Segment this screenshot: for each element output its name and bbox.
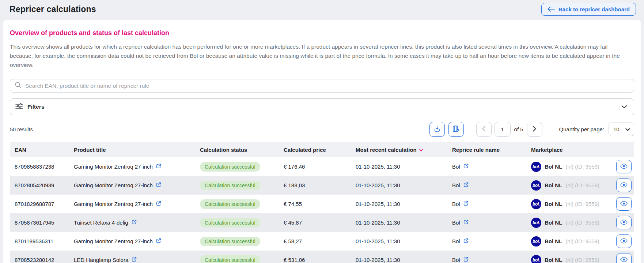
table-header-row: EAN Product title Calculation status Cal… bbox=[10, 142, 634, 157]
view-details-button[interactable] bbox=[616, 160, 632, 173]
quantity-per-page-select[interactable]: 10 bbox=[609, 123, 634, 136]
column-header-actions bbox=[614, 142, 634, 157]
marketplace-cell: bol. Bol NL (nl) (ID: 9559) bbox=[526, 251, 614, 263]
marketplace-cell: bol. Bol NL (nl) (ID: 9559) bbox=[526, 195, 614, 213]
results-count: 50 results bbox=[10, 127, 33, 132]
product-title-cell: Gaming Monitor Zentroq 27-inch bbox=[69, 232, 195, 251]
external-link-icon[interactable] bbox=[156, 182, 161, 188]
view-details-button[interactable] bbox=[616, 179, 632, 192]
status-badge: Calculation successful bbox=[200, 181, 260, 190]
calculation-status-cell: Calculation successful bbox=[195, 195, 279, 213]
most-recent-calculation-cell: 01-10-2025, 11:30 bbox=[351, 232, 447, 251]
most-recent-calculation-cell: 01-10-2025, 11:30 bbox=[351, 157, 447, 176]
eye-icon bbox=[620, 238, 628, 245]
view-details-button[interactable] bbox=[616, 216, 632, 229]
back-arrow-icon bbox=[548, 7, 555, 12]
chevron-left-icon bbox=[482, 126, 486, 133]
marketplace-cell: bol. Bol NL (nl) (ID: 9559) bbox=[526, 213, 614, 232]
eye-icon bbox=[620, 257, 628, 263]
product-title-cell: Tuinset Relaxa 4-delig bbox=[69, 213, 195, 232]
external-link-icon[interactable] bbox=[156, 201, 161, 207]
external-link-icon[interactable] bbox=[132, 219, 137, 226]
calculation-status-cell: Calculation successful bbox=[195, 251, 279, 263]
calculations-table: EAN Product title Calculation status Cal… bbox=[10, 142, 634, 263]
column-header-calculation-status[interactable]: Calculation status bbox=[195, 142, 279, 157]
row-actions-cell bbox=[614, 176, 634, 195]
eye-icon bbox=[620, 164, 628, 170]
filters-icon bbox=[15, 103, 23, 111]
eye-icon bbox=[620, 182, 628, 189]
download-button[interactable] bbox=[429, 122, 445, 137]
external-link-icon[interactable] bbox=[463, 219, 469, 226]
next-page-button[interactable] bbox=[527, 122, 542, 137]
column-header-reprice-rule-name[interactable]: Reprice rule name bbox=[447, 142, 526, 157]
quantity-per-page-value: 10 bbox=[613, 126, 620, 132]
table-body: 8709858837238 Gaming Monitor Zentroq 27-… bbox=[10, 157, 634, 263]
ean-cell: 8705873617945 bbox=[10, 213, 69, 232]
table-toolbar: 50 results of 5 bbox=[10, 122, 634, 137]
view-details-button[interactable] bbox=[616, 253, 632, 263]
view-details-button[interactable] bbox=[616, 234, 632, 248]
reprice-rule-cell: Bol bbox=[447, 213, 526, 232]
product-title-cell: Gaming Monitor Zentroq 27-inch bbox=[69, 195, 195, 213]
column-header-most-recent-calculation[interactable]: Most recent calculation bbox=[351, 142, 447, 157]
reprice-rule-cell: Bol bbox=[447, 251, 526, 263]
edit-columns-icon bbox=[452, 125, 460, 134]
ean-cell: 8701189536311 bbox=[10, 232, 69, 251]
page-count-label: of 5 bbox=[514, 126, 523, 132]
row-actions-cell bbox=[614, 195, 634, 213]
ean-cell: 8701829688787 bbox=[10, 195, 69, 213]
table-row: 8701189536311 Gaming Monitor Zentroq 27-… bbox=[10, 232, 634, 251]
bol-logo: bol. bbox=[531, 180, 541, 191]
page-number-input[interactable] bbox=[495, 122, 511, 137]
filters-accordion[interactable]: Filters bbox=[10, 98, 634, 115]
calculated-price-cell: € 45,87 bbox=[279, 213, 351, 232]
external-link-icon[interactable] bbox=[156, 164, 161, 170]
column-header-calculated-price[interactable]: Calculated price bbox=[279, 142, 351, 157]
most-recent-calculation-cell: 01-10-2025, 11:30 bbox=[351, 213, 447, 232]
bol-logo: bol. bbox=[531, 218, 541, 228]
back-button-label: Back to repricer dashboard bbox=[558, 6, 630, 12]
external-link-icon[interactable] bbox=[132, 257, 137, 263]
back-to-dashboard-button[interactable]: Back to repricer dashboard bbox=[541, 3, 636, 16]
row-actions-cell bbox=[614, 157, 634, 176]
download-icon bbox=[433, 125, 441, 134]
bol-logo: bol. bbox=[531, 162, 541, 172]
search-bar bbox=[10, 79, 634, 93]
status-badge: Calculation successful bbox=[200, 255, 260, 263]
bol-logo: bol. bbox=[531, 236, 541, 247]
chevron-down-icon bbox=[621, 104, 627, 110]
calculation-status-cell: Calculation successful bbox=[195, 213, 279, 232]
search-input[interactable] bbox=[25, 83, 629, 89]
external-link-icon[interactable] bbox=[463, 201, 469, 207]
row-actions-cell bbox=[614, 232, 634, 251]
external-link-icon[interactable] bbox=[463, 257, 469, 263]
product-title-cell: Gaming Monitor Zentroq 27-inch bbox=[69, 176, 195, 195]
column-header-marketplace[interactable]: Marketplace bbox=[526, 142, 614, 157]
ean-cell: 8709858837238 bbox=[10, 157, 69, 176]
calculated-price-cell: € 176,46 bbox=[279, 157, 351, 176]
calculation-status-cell: Calculation successful bbox=[195, 232, 279, 251]
column-header-product-title[interactable]: Product title bbox=[69, 142, 195, 157]
card-description: This overview shows all products for whi… bbox=[10, 42, 628, 69]
previous-page-button[interactable] bbox=[476, 122, 492, 137]
calculated-price-cell: € 188,03 bbox=[279, 176, 351, 195]
external-link-icon[interactable] bbox=[463, 238, 469, 244]
column-header-ean[interactable]: EAN bbox=[10, 142, 69, 157]
table-row: 8701829688787 Gaming Monitor Zentroq 27-… bbox=[10, 195, 634, 213]
most-recent-calculation-cell: 01-10-2025, 11:30 bbox=[351, 195, 447, 213]
marketplace-cell: bol. Bol NL (nl) (ID: 9559) bbox=[526, 176, 614, 195]
edit-columns-button[interactable] bbox=[448, 122, 464, 137]
chevron-right-icon bbox=[533, 126, 537, 133]
product-title-cell: LED Hanglamp Solora bbox=[69, 251, 195, 263]
external-link-icon[interactable] bbox=[463, 182, 469, 188]
row-actions-cell bbox=[614, 251, 634, 263]
external-link-icon[interactable] bbox=[156, 238, 161, 244]
calculated-price-cell: € 58,27 bbox=[279, 232, 351, 251]
most-recent-calculation-cell: 01-10-2025, 11:30 bbox=[351, 251, 447, 263]
status-badge: Calculation successful bbox=[200, 199, 260, 209]
filters-label: Filters bbox=[27, 104, 45, 110]
view-details-button[interactable] bbox=[616, 197, 632, 211]
status-badge: Calculation successful bbox=[200, 218, 260, 228]
external-link-icon[interactable] bbox=[463, 164, 469, 170]
